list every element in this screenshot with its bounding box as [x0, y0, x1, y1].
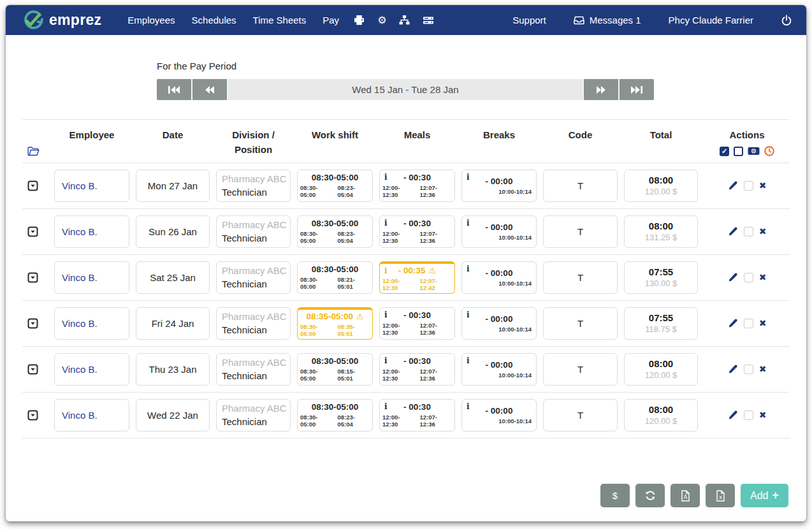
workshift-box[interactable]: 08:30-05:00 ⚠ 08:30-05:00 08:15-05:01 — [297, 353, 373, 386]
last-period-button[interactable] — [618, 79, 654, 100]
meals-box[interactable]: i - 00:30 ⚠ 12:00-12:30 12:07-12:36 — [379, 353, 455, 386]
employee-link[interactable]: Vinco B. — [54, 215, 129, 248]
meals-box[interactable]: i - 00:30 ⚠ 12:00-12:30 12:07-12:36 — [379, 307, 455, 340]
total-pay: 130.00 $ — [625, 279, 697, 288]
employee-link[interactable]: Vinco B. — [54, 261, 129, 294]
breaks-box[interactable]: i - 00:00 10:00-10:14 — [461, 170, 537, 202]
row-checkbox[interactable] — [744, 227, 753, 236]
previous-period-button[interactable] — [192, 79, 228, 100]
clock-icon[interactable] — [764, 146, 774, 156]
employee-link[interactable]: Vinco B. — [54, 353, 129, 386]
breaks-box[interactable]: i - 00:00 10:00-10:14 — [461, 261, 537, 294]
workshift-box[interactable]: 08:30-05:00 ⚠ 08:30-05:00 08:23-05:04 — [297, 170, 373, 202]
row-checkbox[interactable] — [744, 181, 753, 191]
delete-row-icon[interactable]: ✖ — [759, 180, 767, 191]
breaks-actual: 10:00-10:14 — [498, 188, 532, 195]
nav-pay[interactable]: Pay — [314, 15, 347, 25]
excel-export-button[interactable]: x — [706, 484, 735, 507]
workshift-box[interactable]: 08:30-05:00 ⚠ 08:30-05:00 08:21-05:01 — [297, 261, 373, 294]
expand-row-icon[interactable] — [22, 364, 48, 375]
workshift-box[interactable]: 08:30-05:00 ⚠ 08:30-05:00 08:23-05:04 — [297, 399, 373, 431]
division-cell[interactable]: Pharmacy ABC Technician — [216, 170, 291, 202]
date-cell[interactable]: Fri 24 Jan — [136, 307, 210, 340]
brand-logo[interactable]: emprez — [22, 10, 101, 31]
expand-row-icon[interactable] — [22, 180, 48, 191]
pdf-export-button[interactable]: A — [671, 484, 700, 507]
delete-row-icon[interactable]: ✖ — [759, 226, 767, 236]
refresh-button[interactable] — [635, 484, 665, 507]
code-cell[interactable]: T — [543, 307, 618, 340]
division-cell[interactable]: Pharmacy ABC Technician — [216, 353, 291, 386]
pay-dollar-button[interactable]: $ — [600, 484, 630, 507]
division-cell[interactable]: Pharmacy ABC Technician — [216, 215, 291, 248]
meals-box[interactable]: i - 00:30 ⚠ 12:00-12:30 12:07-12:36 — [379, 170, 455, 202]
next-period-button[interactable] — [583, 79, 618, 100]
edit-pencil-icon[interactable] — [728, 318, 738, 328]
footer-toolbar: $ A x Add + — [6, 484, 806, 521]
date-cell[interactable]: Wed 22 Jan — [136, 399, 210, 431]
sitemap-icon[interactable] — [399, 15, 410, 25]
gears-icon[interactable]: ⚙ — [377, 15, 386, 25]
power-icon[interactable] — [781, 15, 792, 26]
select-none-checkbox[interactable] — [734, 147, 743, 156]
row-checkbox[interactable] — [744, 273, 753, 282]
breaks-box[interactable]: i - 00:00 10:00-10:14 — [461, 399, 537, 431]
date-cell[interactable]: Sat 25 Jan — [136, 261, 210, 294]
row-checkbox[interactable] — [744, 319, 753, 328]
expand-row-icon[interactable] — [22, 272, 48, 283]
workshift-time: 08:30-05:00 — [312, 173, 359, 182]
date-cell[interactable]: Thu 23 Jan — [136, 353, 210, 386]
division-cell[interactable]: Pharmacy ABC Technician — [216, 399, 291, 431]
expand-row-icon[interactable] — [22, 226, 48, 237]
warning-icon: ⚠ — [429, 266, 437, 275]
meals-box[interactable]: i - 00:30 ⚠ 12:00-12:30 12:07-12:36 — [379, 215, 455, 248]
row-checkbox[interactable] — [744, 365, 753, 374]
expand-row-icon[interactable] — [22, 318, 48, 329]
money-icon[interactable] — [748, 147, 760, 156]
first-period-button[interactable] — [157, 79, 192, 100]
nav-support[interactable]: Support — [504, 15, 555, 25]
row-checkbox[interactable] — [744, 410, 753, 420]
total-cell: 08:00 131.25 $ — [624, 215, 698, 248]
edit-pencil-icon[interactable] — [728, 364, 738, 374]
code-cell[interactable]: T — [543, 170, 618, 202]
division-cell[interactable]: Pharmacy ABC Technician — [216, 261, 291, 294]
code-cell[interactable]: T — [543, 399, 618, 431]
date-cell[interactable]: Sun 26 Jan — [136, 215, 210, 248]
division-cell[interactable]: Pharmacy ABC Technician — [216, 307, 291, 340]
edit-pencil-icon[interactable] — [728, 180, 738, 191]
date-cell[interactable]: Mon 27 Jan — [136, 170, 210, 202]
employee-link[interactable]: Vinco B. — [54, 170, 129, 202]
printer-icon[interactable] — [354, 15, 365, 25]
nav-employees[interactable]: Employees — [119, 15, 183, 25]
edit-pencil-icon[interactable] — [728, 226, 738, 236]
breaks-box[interactable]: i - 00:00 10:00-10:14 — [461, 215, 537, 248]
add-button[interactable]: Add + — [741, 484, 788, 507]
code-cell[interactable]: T — [543, 215, 618, 248]
workshift-box[interactable]: 08:30-05:00 ⚠ 08:30-05:00 08:23-05:04 — [297, 215, 373, 248]
meals-box[interactable]: i - 00:30 ⚠ 12:00-12:30 12:07-12:36 — [379, 399, 455, 431]
nav-schedules[interactable]: Schedules — [184, 15, 245, 25]
employee-link[interactable]: Vinco B. — [54, 399, 129, 431]
meals-planned: 12:00-12:30 — [382, 368, 415, 382]
edit-pencil-icon[interactable] — [728, 410, 738, 420]
nav-timesheets[interactable]: Time Sheets — [245, 15, 315, 25]
code-cell[interactable]: T — [543, 261, 618, 294]
breaks-box[interactable]: i - 00:00 10:00-10:14 — [461, 353, 537, 386]
open-folder-icon[interactable] — [22, 143, 48, 157]
select-all-checkbox[interactable]: ✓ — [720, 147, 729, 156]
delete-row-icon[interactable]: ✖ — [759, 272, 767, 282]
delete-row-icon[interactable]: ✖ — [759, 364, 767, 374]
nav-user[interactable]: Phcy Claude Farrier — [660, 15, 762, 25]
nav-messages[interactable]: Messages 1 — [574, 15, 641, 25]
expand-row-icon[interactable] — [22, 410, 48, 421]
meals-box[interactable]: i - 00:35 ⚠ 12:00-12:30 12:07-12:42 — [379, 261, 455, 294]
breaks-box[interactable]: i - 00:00 10:00-10:14 — [461, 307, 537, 340]
employee-link[interactable]: Vinco B. — [54, 307, 129, 340]
code-cell[interactable]: T — [543, 353, 618, 386]
edit-pencil-icon[interactable] — [728, 272, 738, 282]
delete-row-icon[interactable]: ✖ — [759, 318, 767, 328]
workshift-box[interactable]: 08:35-05:00 ⚠ 08:30-05:00 08:35-05:01 — [297, 307, 373, 340]
delete-row-icon[interactable]: ✖ — [759, 410, 767, 420]
server-icon[interactable] — [423, 15, 434, 25]
